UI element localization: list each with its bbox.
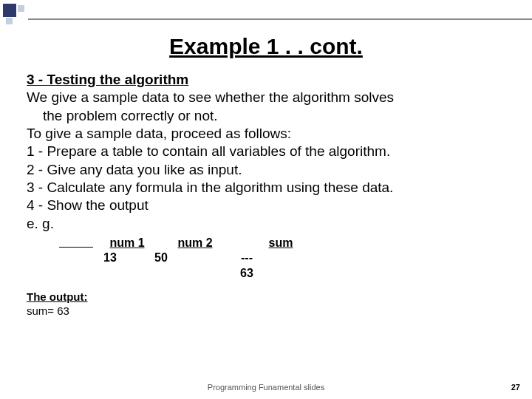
trace-row-1: 13 50 --- [59, 250, 511, 265]
trace-row-2: 63 [59, 266, 511, 281]
output-heading: The output: [27, 290, 511, 304]
footer-text: Programming Funamental slides [0, 383, 532, 392]
slide-body: 3 - Testing the algorithm We give a samp… [27, 71, 511, 318]
proceed-line: To give a sample data, proceed as follow… [27, 125, 511, 143]
output-block: The output: sum= 63 [27, 290, 511, 318]
corner-ornament [3, 4, 24, 24]
output-line: sum= 63 [27, 304, 511, 318]
page-number: 27 [511, 383, 520, 392]
trace-r1-num2: 50 [127, 250, 195, 265]
step-4: 4 - Show the output [27, 197, 511, 214]
trace-r2-sum: 63 [195, 266, 299, 281]
trace-table: num 1 num 2 sum 13 50 --- 63 [59, 236, 511, 281]
trace-r1-sum: --- [195, 250, 299, 265]
section-heading: 3 - Testing the algorithm [27, 71, 511, 89]
intro-line-1: We give a sample data to see whether the… [27, 89, 511, 106]
eg-label: e. g. [27, 215, 511, 233]
slide-title: Example 1 . . cont. [0, 34, 532, 59]
step-1: 1 - Prepare a table to contain all varia… [27, 143, 511, 160]
trace-r1-num1: 13 [59, 250, 127, 265]
trace-header-num1: num 1 [93, 236, 161, 250]
trace-r2-num1 [59, 266, 127, 281]
step-2: 2 - Give any data you like as input. [27, 161, 511, 179]
step-3: 3 - Calculate any formula in the algorit… [27, 179, 511, 197]
trace-header-row: num 1 num 2 sum [59, 236, 511, 250]
top-rule [28, 18, 532, 20]
intro-line-2: the problem correctly or not. [27, 107, 511, 125]
trace-r2-num2 [127, 266, 195, 281]
trace-header-sum: sum [229, 236, 332, 250]
trace-header-num2: num 2 [161, 236, 229, 250]
